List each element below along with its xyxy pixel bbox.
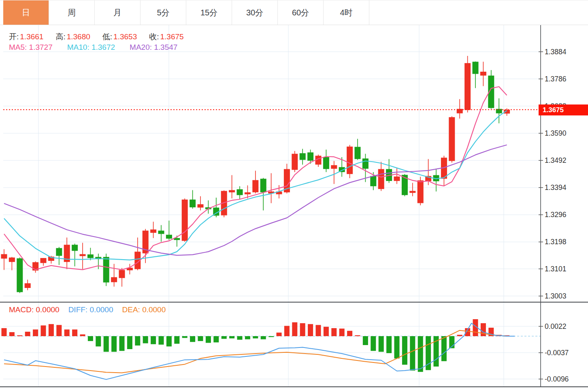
macd-legend-item: MACD: 0.0000 [9,305,60,314]
macd-bar [56,325,62,336]
price-axis-label: 1.3394 [545,183,567,192]
chart-canvas[interactable]: 1.38841.37861.36881.35901.34921.33941.32… [0,0,588,388]
price-axis-label: 1.3003 [545,292,567,300]
grid-layer [3,25,541,387]
macd-bar [410,336,415,371]
candle-body [150,230,156,233]
ohlc-legend: 开:1.3661高:1.3680低:1.3653收:1.3675 [9,32,196,42]
macd-bar [371,336,376,351]
macd-bar [151,336,156,344]
candle-body [480,72,486,76]
macd-bar [182,336,187,338]
price-axis-label: 1.3590 [545,129,567,137]
ohlc-item-label: 低: [102,32,112,42]
macd-bar [347,331,352,336]
macd-bar [2,328,7,336]
macd-axis-label: 0.0022 [545,322,567,330]
macd-axis-label: -0.0037 [545,349,569,357]
candle-body [103,257,109,282]
macd-bar [127,336,132,349]
macd-bar [363,336,368,345]
macd-bar [308,324,313,336]
tab-month[interactable]: 月 [95,0,141,25]
candle-body [409,191,415,193]
candle-body [17,258,23,292]
macd-bar [33,330,38,337]
macd-bar [174,336,179,344]
candle-body [182,200,188,241]
macd-bar [457,335,462,336]
tab-min15[interactable]: 15分 [186,0,232,25]
diff-legend-item: DIFF: 0.0000 [68,305,113,314]
macd-bar [355,335,360,336]
ohlc-item-value: 1.3675 [160,32,184,41]
macd-bar [245,336,250,339]
ohlc-item-label: 高: [55,32,65,42]
ohlc-item: 低:1.3653 [102,32,137,42]
tab-week[interactable]: 周 [49,0,95,25]
macd-bar [119,336,125,351]
candle-body [40,258,47,263]
candle-body [362,158,369,168]
macd-bar [300,323,305,336]
candle-body [464,63,471,110]
macd-bar [237,336,243,340]
candle-body [394,177,400,181]
candles-layer [1,56,510,293]
candle-body [1,254,7,259]
ohlc-item-value: 1.3653 [113,32,137,41]
tab-day[interactable]: 日 [3,0,49,25]
candle-body [323,157,329,169]
price-axis-label: 1.3296 [545,211,567,219]
tab-min30[interactable]: 30分 [232,0,278,25]
price-axis-label: 1.3101 [545,265,567,273]
macd-bar [222,336,227,339]
candle-body [56,248,62,256]
candle-body [25,283,31,288]
candle-body [87,254,94,258]
ohlc-item-label: 收: [149,32,159,42]
ma20-legend-item: MA20: 1.3547 [130,43,177,52]
macd-bar [481,323,486,336]
price-axis-label: 1.3786 [545,75,567,83]
candle-body [378,169,384,189]
candle-body [473,62,479,74]
macd-bar [229,336,234,339]
macd-bar [394,336,400,358]
candle-body [418,180,424,203]
candle-body [119,270,125,278]
macd-bar [386,336,392,353]
macd-bar [402,336,407,365]
macd-bar [143,336,148,343]
candle-body [229,190,235,192]
macd-histogram-layer [2,319,510,372]
candle-body [347,147,353,174]
macd-bar [17,335,22,336]
macd-bar [277,333,282,336]
price-axis-label: 1.3198 [545,238,567,246]
ohlc-item-value: 1.3661 [20,32,43,41]
last-price-value: 1.3675 [543,106,564,114]
macd-bar [284,326,290,336]
macd-bar [213,336,219,342]
candle-body [292,154,298,170]
macd-bar [25,332,30,336]
macd-bar [49,324,54,336]
macd-bar [261,336,266,339]
tab-min5[interactable]: 5分 [141,0,186,25]
y-axis: 1.38841.37861.36881.35901.34921.33941.32… [539,25,569,387]
ohlc-item: 收:1.3675 [149,32,183,42]
macd-bar [80,335,85,336]
tab-hour4[interactable]: 4时 [324,0,369,25]
tab-min60[interactable]: 60分 [278,0,324,25]
candle-body [300,153,306,160]
macd-bar [331,328,337,336]
candle-body [245,192,251,194]
macd-bar [292,322,297,336]
macd-bar [96,336,101,346]
macd-bar [324,327,329,336]
macd-bar [88,336,93,341]
ma5-legend-item: MA5: 1.3727 [9,43,53,52]
candle-body [370,176,376,186]
macd-bar [41,326,46,337]
